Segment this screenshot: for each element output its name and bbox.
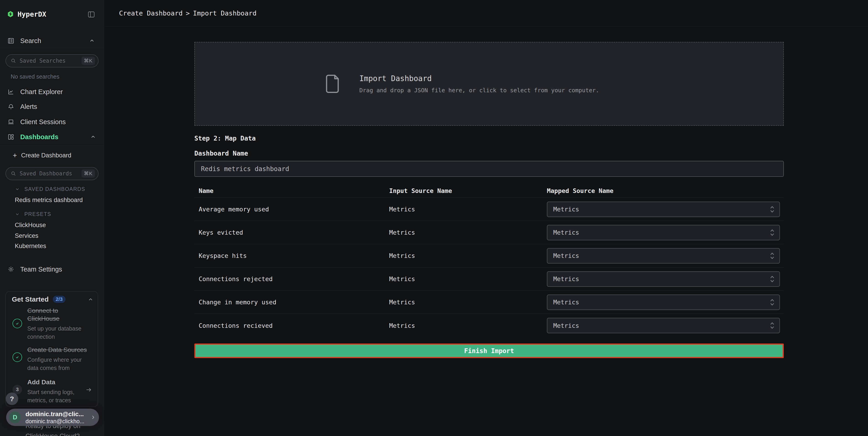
dashboard-link-label: Redis metrics dashboard bbox=[15, 197, 83, 204]
saved-dashboards-placeholder: Saved Dashboards bbox=[20, 170, 82, 177]
step-title: Connect to ClickHouse bbox=[27, 307, 96, 323]
selected-source-value: Metrics bbox=[553, 206, 579, 213]
topbar: Create Dashboard>Import Dashboard bbox=[104, 0, 868, 27]
input-source-cell: Metrics bbox=[389, 206, 547, 213]
help-button[interactable]: ? bbox=[6, 393, 18, 405]
select-chevrons-icon bbox=[770, 275, 774, 283]
section-label: SAVED DASHBOARDS bbox=[24, 186, 85, 192]
sidebar-divider bbox=[0, 145, 104, 146]
section-label: PRESETS bbox=[24, 211, 51, 217]
chart-icon bbox=[7, 88, 14, 95]
app-title: HyperDX bbox=[18, 10, 46, 18]
dashboard-name-input[interactable]: Redis metrics dashboard bbox=[194, 161, 784, 177]
presets-section-header[interactable]: PRESETS bbox=[15, 211, 51, 217]
dropzone-subtitle: Drag and drop a JSON file here, or click… bbox=[359, 87, 653, 94]
table-body: Average memory used Metrics Metrics bbox=[194, 198, 784, 337]
input-source-cell: Metrics bbox=[389, 299, 547, 306]
sidebar-item-alerts[interactable]: Alerts bbox=[7, 103, 97, 111]
column-header-input-source: Input Source Name bbox=[389, 187, 547, 194]
plus-icon: + bbox=[13, 151, 17, 160]
bell-icon bbox=[7, 103, 14, 110]
chevron-up-icon[interactable] bbox=[89, 38, 95, 44]
preset-link-label: Services bbox=[15, 232, 38, 239]
sidebar-item-search[interactable]: Search bbox=[7, 37, 96, 45]
breadcrumb-create-dashboard[interactable]: Create Dashboard bbox=[119, 9, 183, 17]
saved-searches-input[interactable]: Saved Searches ⌘K bbox=[5, 54, 98, 67]
table-row: Average memory used Metrics Metrics bbox=[194, 198, 784, 221]
chevron-down-icon bbox=[15, 186, 20, 192]
check-circle-icon bbox=[12, 352, 22, 362]
breadcrumb-import-dashboard[interactable]: Import Dashboard bbox=[193, 9, 256, 17]
table-row: Change in memory used Metrics Metrics bbox=[194, 291, 784, 314]
nav-label: Client Sessions bbox=[20, 118, 66, 126]
arrow-right-icon[interactable] bbox=[85, 386, 92, 393]
nav-label: Chart Explorer bbox=[20, 88, 63, 96]
sidebar-item-dashboards[interactable]: Dashboards bbox=[7, 133, 97, 141]
sidebar-divider bbox=[0, 48, 104, 48]
mapped-source-select[interactable]: Metrics bbox=[547, 318, 780, 333]
metric-name-cell: Change in memory used bbox=[194, 299, 389, 306]
mapped-source-select[interactable]: Metrics bbox=[547, 248, 780, 264]
user-menu[interactable]: D dominic.tran@clic... dominic.tran@clic… bbox=[6, 409, 99, 426]
file-icon bbox=[325, 74, 340, 93]
search-icon bbox=[10, 58, 17, 64]
sidebar-item-services-preset[interactable]: Services bbox=[15, 232, 38, 239]
dashboards-icon bbox=[7, 134, 14, 140]
sidebar-item-client-sessions[interactable]: Client Sessions bbox=[7, 118, 97, 126]
saved-dashboards-section-header[interactable]: SAVED DASHBOARDS bbox=[15, 186, 85, 193]
sidebar-item-chart-explorer[interactable]: Chart Explorer bbox=[7, 88, 97, 96]
hyperdx-logo-icon bbox=[7, 11, 13, 18]
get-started-step-connect[interactable]: Connect to ClickHouse Set up your databa… bbox=[27, 307, 96, 341]
input-source-cell: Metrics bbox=[389, 229, 547, 236]
progress-badge: 2/3 bbox=[53, 296, 66, 303]
select-chevrons-icon bbox=[770, 252, 774, 260]
chevron-down-icon bbox=[15, 212, 20, 216]
mapped-source-select[interactable]: Metrics bbox=[547, 202, 780, 217]
input-source-cell: Metrics bbox=[389, 275, 547, 283]
chevron-up-icon[interactable] bbox=[88, 297, 94, 302]
create-dashboard-label: Create Dashboard bbox=[21, 152, 71, 159]
select-chevrons-icon bbox=[770, 322, 774, 329]
table-header-row: Name Input Source Name Mapped Source Nam… bbox=[194, 184, 784, 198]
source-mapping-table: Name Input Source Name Mapped Source Nam… bbox=[194, 184, 784, 337]
logo: HyperDX bbox=[7, 9, 46, 19]
metric-name-cell: Keys evicted bbox=[194, 229, 389, 236]
metric-name-cell: Average memory used bbox=[194, 206, 389, 213]
saved-searches-placeholder: Saved Searches bbox=[20, 58, 82, 64]
sidebar-collapse-icon[interactable] bbox=[88, 11, 95, 18]
sidebar-item-redis-dashboard[interactable]: Redis metrics dashboard bbox=[15, 196, 83, 204]
nav-label: Alerts bbox=[20, 103, 37, 111]
input-source-cell: Metrics bbox=[389, 252, 547, 259]
shortcut-badge: ⌘K bbox=[82, 170, 95, 178]
metric-name-cell: Keyspace hits bbox=[194, 252, 389, 259]
dashboard-name-label: Dashboard Name bbox=[194, 150, 248, 157]
check-circle-icon bbox=[12, 319, 22, 328]
chevron-up-icon[interactable] bbox=[90, 134, 96, 140]
finish-import-button[interactable]: Finish Import bbox=[194, 344, 784, 358]
sidebar-item-team-settings[interactable]: Team Settings bbox=[7, 265, 97, 273]
nav-label: Dashboards bbox=[20, 133, 59, 141]
metric-name-cell: Connections recieved bbox=[194, 322, 389, 329]
search-section-icon bbox=[7, 37, 14, 44]
select-chevrons-icon bbox=[770, 229, 774, 236]
sidebar-item-kubernetes-preset[interactable]: Kubernetes bbox=[15, 242, 46, 250]
select-chevrons-icon bbox=[770, 205, 774, 213]
user-email: dominic.tran@clickho... bbox=[26, 418, 85, 425]
create-dashboard-button[interactable]: + Create Dashboard bbox=[13, 151, 71, 159]
selected-source-value: Metrics bbox=[553, 275, 579, 283]
step-subtitle: Configure where your data comes from bbox=[27, 356, 96, 372]
laptop-icon bbox=[7, 118, 14, 125]
column-header-name: Name bbox=[194, 187, 389, 194]
get-started-card: Get Started 2/3 Connect to ClickHouse Se… bbox=[5, 291, 98, 407]
get-started-step-sources[interactable]: Create Data Sources Configure where your… bbox=[27, 346, 96, 372]
sidebar-item-clickhouse-preset[interactable]: ClickHouse bbox=[15, 222, 46, 229]
sidebar: HyperDX Search Saved Searches ⌘K No save… bbox=[0, 0, 104, 436]
mapped-source-select[interactable]: Metrics bbox=[547, 294, 780, 310]
mapped-source-select[interactable]: Metrics bbox=[547, 225, 780, 240]
mapped-source-select[interactable]: Metrics bbox=[547, 271, 780, 287]
metric-name-cell: Connections rejected bbox=[194, 275, 389, 283]
gear-icon bbox=[7, 266, 14, 273]
saved-dashboards-input[interactable]: Saved Dashboards ⌘K bbox=[5, 167, 98, 180]
import-dropzone[interactable]: Import Dashboard Drag and drop a JSON fi… bbox=[194, 42, 784, 126]
selected-source-value: Metrics bbox=[553, 299, 579, 306]
